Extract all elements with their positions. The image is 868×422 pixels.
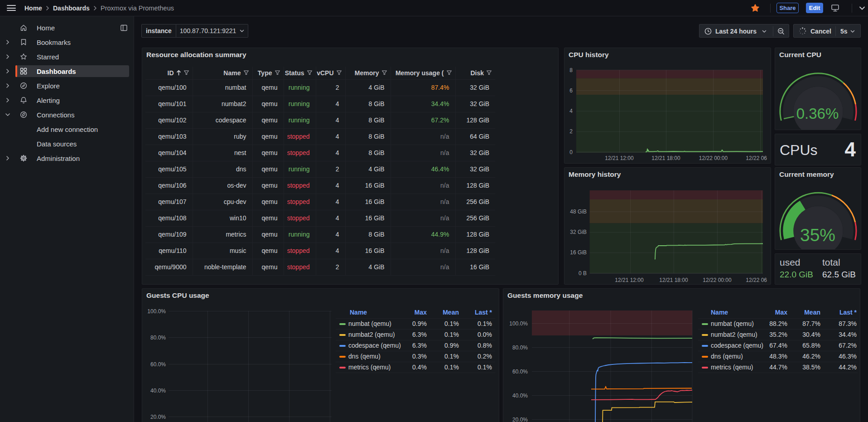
svg-text:12/22 00:00: 12/22 00:00: [703, 277, 732, 283]
svg-text:100.0%: 100.0%: [509, 320, 528, 327]
svg-text:60.0%: 60.0%: [512, 369, 528, 375]
svg-text:80.0%: 80.0%: [150, 335, 166, 341]
svg-text:20.0%: 20.0%: [150, 414, 166, 420]
svg-text:2: 2: [569, 128, 573, 135]
svg-text:80.0%: 80.0%: [512, 344, 528, 351]
svg-text:48 GiB: 48 GiB: [570, 209, 587, 215]
svg-text:6: 6: [569, 87, 573, 94]
svg-text:12/21 18:00: 12/21 18:00: [659, 277, 688, 283]
svg-text:12/22 06: 12/22 06: [746, 155, 767, 161]
svg-text:0: 0: [569, 149, 573, 155]
svg-text:35%: 35%: [800, 225, 835, 245]
svg-text:40.0%: 40.0%: [512, 393, 528, 399]
svg-text:12/22 00:00: 12/22 00:00: [699, 155, 728, 161]
svg-text:16 GiB: 16 GiB: [570, 249, 587, 256]
svg-text:12/21 12:00: 12/21 12:00: [605, 155, 634, 161]
svg-text:40.0%: 40.0%: [150, 388, 166, 394]
svg-text:4: 4: [569, 108, 573, 114]
svg-text:60.0%: 60.0%: [150, 361, 166, 368]
svg-text:12/22 06: 12/22 06: [746, 277, 767, 283]
svg-text:100.0%: 100.0%: [147, 308, 166, 315]
svg-text:0.36%: 0.36%: [796, 105, 839, 122]
svg-text:32 GiB: 32 GiB: [570, 229, 587, 235]
svg-text:12/21 18:00: 12/21 18:00: [651, 155, 680, 161]
svg-text:20.0%: 20.0%: [512, 417, 528, 422]
svg-text:12/21 12:00: 12/21 12:00: [615, 277, 644, 283]
svg-text:8: 8: [569, 67, 573, 73]
svg-text:0 B: 0 B: [579, 270, 587, 276]
